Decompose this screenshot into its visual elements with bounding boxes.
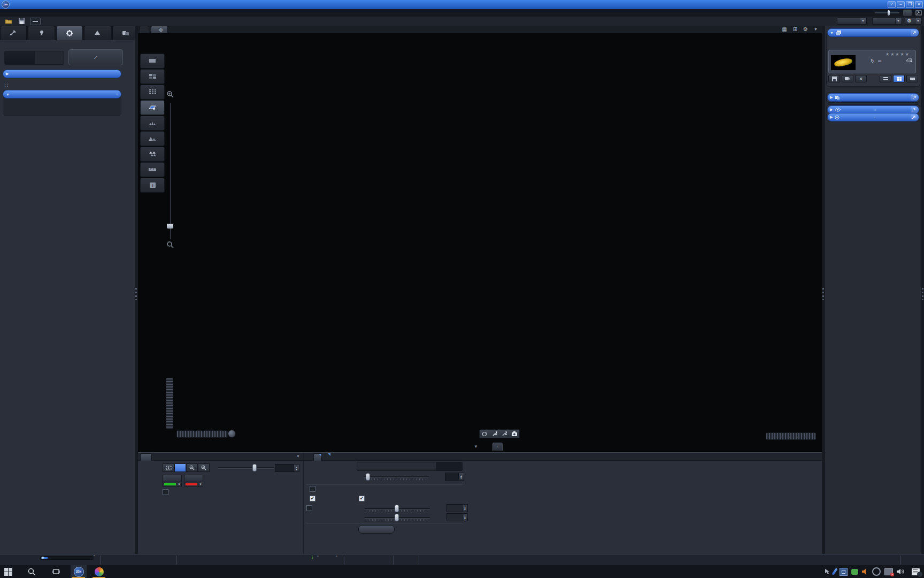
plane-y-spinner[interactable]: ▲▼ — [462, 513, 468, 521]
undock-icon[interactable] — [911, 95, 918, 101]
zen-connect-header[interactable]: ▶ — [827, 93, 919, 102]
camera-icon[interactable] — [512, 431, 517, 436]
undock-icon[interactable] — [911, 115, 918, 120]
reset-button[interactable] — [903, 9, 912, 17]
zoom-in-button[interactable] — [198, 463, 210, 472]
refresh-icon[interactable]: ↻ — [871, 58, 875, 64]
grid-distance-handle[interactable] — [366, 473, 370, 481]
edge-splitter[interactable] — [921, 26, 924, 554]
horizontal-pan-grip-left[interactable] — [176, 430, 228, 438]
batch-button[interactable] — [35, 51, 64, 64]
method-parameters-header[interactable]: ∷ — [4, 82, 8, 89]
dock-icon[interactable] — [915, 10, 922, 16]
chevron-down-icon[interactable]: ▼ — [296, 454, 300, 458]
workspace-select[interactable]: ▼ — [872, 17, 902, 25]
rail-gallery-button[interactable] — [140, 85, 165, 100]
chevron-down-icon[interactable]: ▼ — [199, 483, 202, 486]
method-section-header[interactable]: ▶ — [3, 70, 121, 78]
magnifier-icon[interactable] — [167, 241, 174, 248]
rail-histo-button[interactable] — [140, 131, 165, 146]
pan-knob[interactable] — [228, 430, 236, 438]
thumbnail-view-button[interactable] — [893, 75, 905, 82]
tray-volume-orange-icon[interactable] — [862, 568, 868, 575]
zoom-in-magnifier-icon[interactable] — [167, 91, 174, 98]
split-view-icon[interactable]: ⊞ — [793, 26, 797, 32]
parameters-show-all-button[interactable]: ▫ — [116, 92, 118, 97]
render-filled-button[interactable] — [410, 462, 436, 470]
view-zoom-handle[interactable] — [167, 224, 173, 229]
view-zoom-track[interactable] — [170, 103, 171, 239]
surface-plot-2-5d[interactable] — [138, 33, 822, 452]
taskbar-search-icon[interactable] — [26, 566, 37, 577]
focus-header[interactable]: ▶ ▫ — [827, 113, 919, 121]
rail-measure-button[interactable] — [140, 162, 165, 177]
tab-display[interactable] — [305, 453, 312, 460]
zoom-fit-button[interactable] — [163, 463, 174, 472]
wrench-settings-icon[interactable] — [502, 431, 507, 437]
close-button[interactable]: × — [915, 1, 923, 8]
start-button[interactable] — [2, 566, 14, 577]
rail-2d-button[interactable] — [140, 54, 165, 69]
grid-distance-spinner[interactable]: ▲▼ — [458, 473, 464, 481]
single-channel-checkbox[interactable] — [163, 489, 171, 496]
rail-profile-button[interactable] — [140, 116, 165, 131]
tray-mouse-icon[interactable] — [824, 568, 830, 575]
tray-shield-icon[interactable] — [872, 567, 881, 576]
tab-magazine[interactable] — [140, 26, 149, 33]
grid-distance-track[interactable] — [364, 476, 429, 478]
tray-speaker-icon[interactable] — [897, 568, 904, 575]
minimize-button[interactable]: – — [897, 1, 905, 8]
undock-icon[interactable] — [911, 30, 918, 36]
wrench-icon[interactable] — [492, 431, 497, 437]
apply-button[interactable]: ✓ — [68, 49, 123, 65]
zoom-value-box[interactable] — [275, 464, 296, 472]
single-button[interactable] — [5, 51, 35, 64]
plane-x-handle[interactable] — [395, 505, 399, 512]
plane-y-handle[interactable] — [395, 514, 399, 521]
link-icon[interactable]: ∞ — [878, 58, 881, 64]
layout-grid-icon[interactable]: ▦ — [782, 26, 787, 32]
show-faces-checkbox[interactable]: ✓ — [359, 495, 367, 501]
parameters-section-header[interactable]: ▼ ▫ — [3, 90, 121, 98]
tab-2-5d-display[interactable] — [313, 453, 322, 461]
help-button[interactable]: ? — [888, 1, 896, 8]
collapse-chevron-icon[interactable]: ▼ — [474, 444, 478, 449]
delete-file-button[interactable]: ✕ — [855, 75, 867, 82]
notification-center-icon[interactable] — [912, 568, 920, 575]
zoom-out-button[interactable] — [186, 463, 198, 472]
horizontal-pan-grip-right[interactable] — [766, 432, 816, 440]
tab-series[interactable] — [323, 453, 330, 460]
stage-show-all-button[interactable]: ▫ — [874, 108, 876, 112]
save-icon[interactable] — [17, 18, 26, 25]
tab-locate[interactable] — [28, 26, 55, 40]
undock-icon[interactable] — [911, 107, 918, 113]
tab-processing[interactable] — [56, 26, 83, 40]
rotate-icon[interactable] — [482, 431, 487, 437]
show-plane-checkbox[interactable] — [306, 505, 315, 512]
taskbar-paint-app[interactable] — [91, 565, 107, 578]
tab-dimensions[interactable] — [140, 453, 152, 461]
chevron-up-icon[interactable]: ˆ — [317, 556, 319, 560]
render-profiles-button[interactable] — [357, 462, 383, 470]
use-pallete-checkbox[interactable]: ✓ — [310, 495, 318, 501]
zoom-spinner[interactable]: ▲▼ — [294, 464, 299, 472]
collapse-chevron-icon[interactable]: ˆ — [94, 555, 95, 560]
rail-2-5d-button[interactable] — [140, 100, 165, 115]
title-bar[interactable]: ZEN ? – ❐ × — [0, 0, 924, 9]
rail-split-button[interactable] — [140, 69, 165, 84]
tray-chat-icon[interactable] — [851, 569, 858, 575]
save-file-button[interactable] — [828, 75, 840, 82]
tab-document[interactable]: ⊗ — [151, 26, 168, 33]
view-show-all-button[interactable]: ▫ — [492, 443, 503, 451]
tray-pen-icon[interactable] — [831, 568, 837, 575]
export-file-button[interactable] — [842, 75, 853, 82]
view-settings-gear-icon[interactable]: ⚙ — [803, 26, 808, 32]
channel-af488-button[interactable]: ▼ — [163, 475, 182, 486]
rail-unmix-button[interactable] — [140, 147, 165, 162]
save-as-button[interactable] — [358, 525, 395, 534]
chevron-up-icon[interactable]: ˆ — [336, 556, 337, 560]
list-view-button[interactable] — [880, 75, 891, 82]
2-5d-view-icon[interactable] — [906, 58, 913, 63]
rating-stars[interactable]: ★★★★★ — [886, 52, 910, 57]
taskbar-zen-app[interactable]: ZEN — [71, 565, 87, 578]
